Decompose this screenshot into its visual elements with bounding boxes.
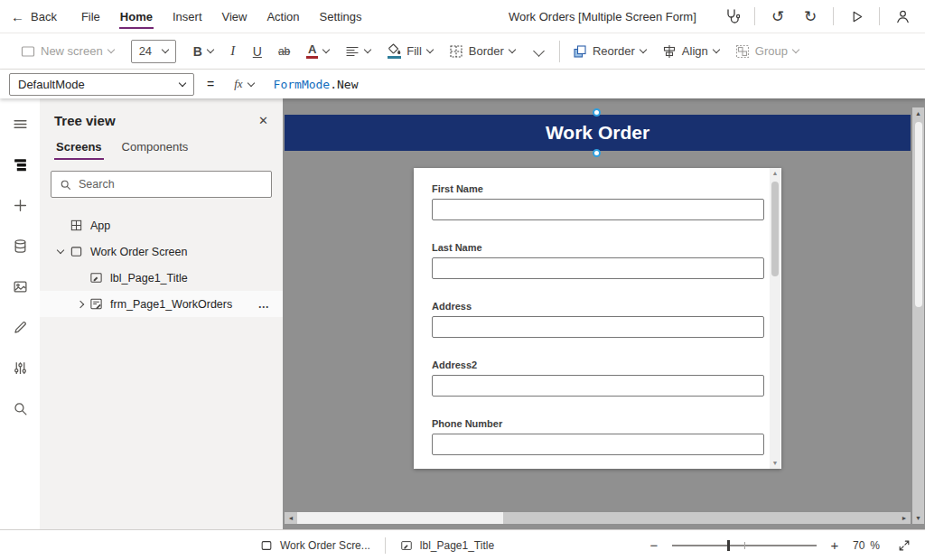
scroll-up-icon[interactable]: ▲	[772, 168, 779, 179]
preview-play-button[interactable]	[843, 3, 870, 30]
chevron-right-icon[interactable]	[72, 302, 89, 307]
chevron-down-icon[interactable]	[52, 250, 69, 253]
form-scrollbar[interactable]: ▲ ▼	[770, 168, 780, 469]
plus-icon	[13, 198, 28, 213]
group-button[interactable]: Group	[727, 37, 807, 66]
screen-icon	[260, 539, 273, 552]
advanced-tools-button[interactable]	[5, 311, 35, 343]
back-label: Back	[31, 10, 57, 23]
new-screen-button[interactable]: New screen	[13, 37, 122, 66]
pen-icon	[13, 320, 28, 335]
divider	[385, 537, 386, 554]
strikethrough-button[interactable]: ab	[270, 37, 298, 66]
group-icon	[735, 44, 750, 59]
font-size-dropdown[interactable]: 24	[131, 40, 176, 63]
formula-token-member: New	[337, 78, 358, 91]
first-name-input[interactable]	[432, 199, 764, 220]
vertical-scrollbar-thumb[interactable]	[915, 122, 922, 307]
main-area: Tree view ✕ Screens Components App	[0, 98, 925, 529]
work-orders-form-control[interactable]: First Name Last Name Address Address2 Ph…	[414, 168, 781, 469]
chevron-down-icon	[322, 46, 330, 53]
fx-icon: fx	[234, 77, 242, 91]
scroll-left-icon[interactable]: ◄	[285, 512, 297, 524]
redo-icon: ↻	[804, 7, 817, 26]
menu-settings[interactable]: Settings	[310, 0, 372, 33]
more-formatting-button[interactable]	[523, 37, 555, 66]
canvas-horizontal-scrollbar[interactable]: ◄ ►	[285, 512, 911, 524]
scroll-down-icon[interactable]: ▼	[912, 512, 924, 524]
tree-item-frm-page1-workorders[interactable]: frm_Page1_WorkOrders …	[40, 291, 283, 317]
insert-button[interactable]	[5, 189, 35, 221]
menu-action[interactable]: Action	[257, 0, 309, 33]
redo-button[interactable]: ↻	[797, 3, 824, 30]
border-button[interactable]: Border	[441, 37, 523, 66]
media-button[interactable]	[5, 270, 35, 303]
horizontal-scrollbar-thumb[interactable]	[297, 512, 503, 524]
statusbar-screen-breadcrumb[interactable]: Work Order Scre...	[260, 539, 370, 552]
tab-screens[interactable]: Screens	[54, 137, 104, 160]
menu-view[interactable]: View	[212, 0, 257, 33]
text-align-button[interactable]	[337, 37, 378, 66]
item-options-button[interactable]: …	[258, 298, 271, 311]
tree-view-title: Tree view	[54, 113, 116, 128]
tree-view-button[interactable]	[5, 148, 35, 181]
database-icon	[13, 238, 28, 254]
address-input[interactable]	[432, 316, 764, 338]
align-button[interactable]: Align	[654, 37, 727, 66]
divider	[559, 41, 560, 62]
close-panel-button[interactable]: ✕	[258, 114, 268, 127]
scroll-up-icon[interactable]: ▲	[912, 107, 924, 119]
variables-button[interactable]	[5, 351, 35, 384]
zoom-slider-handle[interactable]	[727, 540, 730, 551]
menu-file[interactable]: File	[71, 0, 110, 33]
last-name-input[interactable]	[432, 257, 764, 279]
bold-button[interactable]: B	[185, 37, 221, 66]
menu-home[interactable]: Home	[110, 0, 163, 33]
font-color-button[interactable]: A	[298, 37, 337, 66]
tree-item-app[interactable]: App	[40, 212, 283, 238]
border-grid-icon	[449, 44, 463, 59]
form-scrollbar-thumb[interactable]	[771, 182, 779, 276]
zoom-percentage: 70 %	[853, 539, 887, 552]
tree-item-lbl-page1-title[interactable]: lbl_Page1_Title	[40, 265, 283, 291]
underline-button[interactable]: U	[245, 37, 270, 66]
menu-insert[interactable]: Insert	[163, 0, 212, 33]
undo-button[interactable]: ↺	[764, 3, 791, 30]
search-input[interactable]	[79, 178, 263, 191]
search-button[interactable]	[5, 392, 35, 425]
design-canvas[interactable]: Work Order First Name Last Name Address …	[283, 98, 925, 529]
chevron-down-icon	[247, 79, 254, 86]
italic-button[interactable]: I	[221, 37, 245, 66]
scroll-down-icon[interactable]: ▼	[772, 458, 779, 469]
zoom-in-button[interactable]: +	[827, 537, 842, 553]
form-field: First Name	[432, 183, 764, 220]
screen-title-label-control[interactable]: Work Order	[285, 115, 911, 151]
share-user-button[interactable]	[889, 3, 916, 30]
reorder-label: Reorder	[593, 44, 635, 58]
back-button[interactable]: ← Back	[11, 0, 57, 33]
zoom-out-button[interactable]: −	[647, 537, 661, 553]
fill-button[interactable]: Fill	[378, 37, 441, 66]
statusbar-control-breadcrumb[interactable]: lbl_Page1_Title	[400, 539, 494, 552]
selection-handle-top[interactable]	[593, 108, 601, 117]
scroll-right-icon[interactable]: ►	[898, 512, 911, 524]
menu-toggle-button[interactable]	[5, 107, 35, 140]
app-checker-button[interactable]	[718, 3, 745, 30]
tree-item-work-order-screen[interactable]: Work Order Screen	[40, 238, 283, 265]
image-icon	[13, 279, 28, 294]
reorder-button[interactable]: Reorder	[565, 37, 654, 66]
formula-input[interactable]: FormMode.New	[274, 78, 359, 91]
tab-components[interactable]: Components	[120, 137, 191, 160]
selection-handle-bottom[interactable]	[593, 149, 601, 157]
form-field: Address2	[432, 359, 764, 397]
phone-number-input[interactable]	[432, 434, 764, 455]
fit-to-window-button[interactable]	[898, 539, 911, 552]
strikethrough-icon: ab	[278, 45, 290, 58]
address2-input[interactable]	[432, 375, 764, 397]
property-selector-dropdown[interactable]: DefaultMode	[9, 73, 194, 96]
fx-button[interactable]: fx	[227, 77, 260, 91]
zoom-slider[interactable]	[672, 545, 817, 546]
data-sources-button[interactable]	[5, 229, 35, 262]
canvas-vertical-scrollbar[interactable]: ▲ ▼	[912, 107, 924, 524]
chevron-down-icon	[792, 46, 799, 53]
